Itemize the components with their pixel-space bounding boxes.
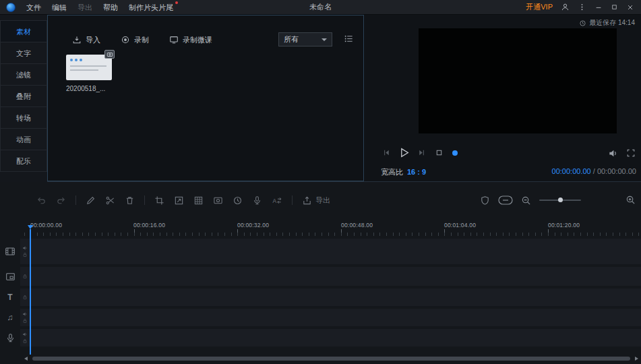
preview-panel: 最近保存 14:14 宽高比16 : 9 00:00:00.00 / 00:00… [365, 15, 641, 181]
filter-dropdown[interactable]: 所有 [278, 32, 332, 47]
playhead[interactable] [30, 229, 31, 355]
track-lock-icon[interactable] [22, 338, 28, 344]
redo-button[interactable] [56, 195, 66, 206]
thumbnail-line [70, 69, 98, 71]
track-mute-icon[interactable] [22, 311, 28, 317]
record-button[interactable]: 录制 [121, 35, 149, 45]
scroll-right-arrow[interactable] [635, 357, 638, 361]
vip-button[interactable]: 开通VIP [526, 2, 553, 12]
seek-handle[interactable] [452, 150, 458, 156]
export-button[interactable]: 导出 [302, 195, 330, 206]
voiceover-button[interactable] [252, 195, 262, 206]
horizontal-scrollbar[interactable] [20, 355, 641, 362]
music-track-icon: ♫ [7, 313, 13, 322]
list-view-toggle-icon[interactable] [344, 34, 354, 44]
track-lock-icon[interactable] [22, 252, 28, 257]
minimize-button[interactable] [594, 3, 603, 11]
sidebar-tab-music[interactable]: 配乐 [0, 150, 47, 172]
music-track-strip[interactable] [20, 309, 641, 326]
fit-timeline-button[interactable] [498, 195, 513, 205]
export-icon [302, 195, 312, 206]
last-saved-text: 最近保存 14:14 [589, 18, 635, 28]
freeze-frame-button[interactable] [213, 195, 223, 206]
toolbar-divider [144, 195, 145, 205]
aspect-ratio[interactable]: 宽高比16 : 9 [381, 167, 426, 177]
zoom-slider-handle[interactable] [558, 198, 563, 202]
zoom-clip-button[interactable] [174, 195, 184, 206]
media-item[interactable]: 20200518_... [66, 55, 112, 92]
ruler-label: 00:00:00.00 [30, 222, 62, 229]
upper-area: 素材 文字 滤镜 叠附 转场 动画 配乐 导入 录制 录制微课 [0, 15, 641, 182]
media-thumbnail[interactable] [66, 55, 112, 80]
stop-button[interactable] [435, 148, 444, 157]
shield-icon[interactable] [480, 195, 490, 206]
menu-intro-outro[interactable]: 制作片头片尾 [123, 0, 179, 15]
edit-button[interactable] [86, 195, 96, 206]
pip-track[interactable] [0, 267, 641, 286]
video-track-strip[interactable] [20, 239, 641, 264]
speech-text-button[interactable] [272, 195, 282, 206]
saved-clock-icon [579, 20, 586, 27]
total-time: 00:00:00.00 [597, 167, 636, 175]
menu-export: 导出 [72, 0, 98, 15]
sidebar-tab-filter[interactable]: 滤镜 [0, 63, 47, 86]
track-mute-icon[interactable] [22, 332, 28, 337]
screen-record-icon [169, 35, 179, 44]
split-button[interactable] [105, 195, 115, 206]
timeline-ruler[interactable]: 00:00:00.00 00:00:16.00 00:00:32.00 00:0… [20, 220, 641, 237]
track-lock-icon[interactable] [22, 318, 28, 324]
track-mute-icon[interactable] [22, 245, 28, 251]
text-track-strip[interactable] [20, 289, 641, 306]
voice-track[interactable] [0, 329, 641, 346]
menu-help[interactable]: 帮助 [98, 0, 123, 15]
more-menu-icon[interactable] [578, 3, 586, 11]
track-lock-icon[interactable] [22, 295, 28, 300]
time-separator: / [591, 167, 597, 175]
music-track[interactable]: ♫ [0, 309, 641, 326]
scroll-left-arrow[interactable] [24, 357, 28, 361]
timeline-zoom-controls [480, 190, 581, 210]
sidebar-tab-animation[interactable]: 动画 [0, 128, 47, 150]
zoom-in-icon[interactable] [625, 195, 636, 205]
sidebar-tab-text[interactable]: 文字 [0, 42, 47, 64]
next-frame-button[interactable] [417, 148, 426, 157]
video-track[interactable] [0, 239, 641, 264]
timeline-zoom-slider[interactable] [539, 200, 581, 201]
ruler-minor-ticks [20, 233, 641, 236]
play-button[interactable] [398, 147, 410, 158]
toolbar-divider [75, 195, 76, 205]
duration-button[interactable] [233, 195, 243, 206]
sidebar-tab-transition[interactable]: 转场 [0, 107, 47, 129]
sidebar-tab-material[interactable]: 素材 [0, 20, 47, 42]
toolbar-divider [292, 195, 293, 205]
menu-file[interactable]: 文件 [21, 0, 47, 15]
mosaic-button[interactable] [193, 195, 204, 206]
maximize-button[interactable] [611, 3, 618, 11]
zoom-out-icon[interactable] [521, 195, 531, 206]
menu-edit[interactable]: 编辑 [47, 0, 72, 15]
previous-frame-button[interactable] [382, 148, 391, 157]
voice-track-icon [5, 333, 16, 343]
fullscreen-icon[interactable] [626, 148, 636, 158]
filter-selected-value: 所有 [284, 34, 299, 44]
crop-button[interactable] [154, 195, 164, 206]
close-button[interactable] [626, 3, 634, 11]
thumbnail-line [70, 65, 106, 67]
track-lock-icon[interactable] [22, 274, 28, 279]
delete-button[interactable] [125, 195, 135, 206]
text-track-icon: T [7, 293, 12, 302]
pip-track-strip[interactable] [20, 267, 641, 286]
new-badge-dot [175, 1, 178, 4]
undo-button[interactable] [36, 195, 47, 206]
account-icon[interactable] [561, 3, 570, 11]
voice-track-strip[interactable] [20, 329, 641, 346]
playback-controls [365, 146, 641, 160]
volume-icon[interactable] [608, 148, 618, 158]
sidebar-tab-overlay[interactable]: 叠附 [0, 85, 47, 107]
pip-track-icon [5, 272, 16, 282]
import-button[interactable]: 导入 [72, 35, 100, 45]
scrollbar-thumb[interactable] [32, 357, 630, 361]
track-list: T ♫ [0, 239, 641, 349]
text-track[interactable]: T [0, 289, 641, 306]
screen-record-button[interactable]: 录制微课 [169, 35, 212, 45]
